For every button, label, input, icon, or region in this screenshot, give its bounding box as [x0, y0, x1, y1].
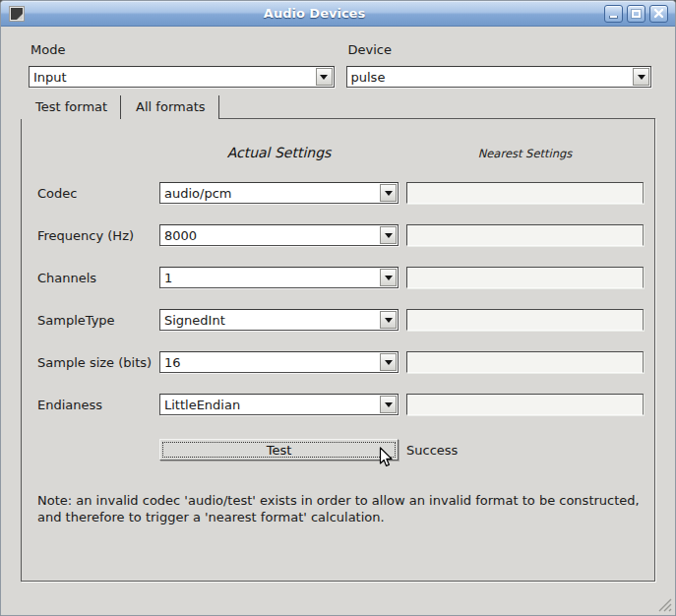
test-button-label: Test	[267, 443, 292, 458]
test-row: Test Success	[37, 439, 654, 461]
mode-select-value: Input	[33, 69, 67, 86]
titlebar[interactable]: Audio Devices	[1, 1, 675, 27]
window-title: Audio Devices	[25, 6, 604, 21]
channels-select-value: 1	[164, 270, 172, 286]
frequency-select[interactable]: 8000	[159, 224, 399, 246]
sampletype-dropdown-arrow-icon[interactable]	[380, 311, 397, 329]
frequency-row: Frequency (Hz) 8000	[37, 224, 654, 246]
codec-select[interactable]: audio/pcm	[159, 182, 399, 204]
codec-dropdown-arrow-icon[interactable]	[380, 184, 397, 202]
sampletype-label: SampleType	[37, 313, 159, 328]
device-dropdown-arrow-icon[interactable]	[633, 68, 649, 86]
frequency-dropdown-arrow-icon[interactable]	[380, 226, 397, 244]
device-label: Device	[346, 42, 652, 57]
samplesize-select[interactable]: 16	[159, 351, 399, 373]
sampletype-row: SampleType SignedInt	[37, 309, 654, 331]
device-select-value: pulse	[351, 69, 386, 86]
samplesize-dropdown-arrow-icon[interactable]	[380, 353, 397, 371]
test-button[interactable]: Test	[159, 439, 399, 461]
sampletype-select[interactable]: SignedInt	[159, 309, 399, 331]
endianess-dropdown-arrow-icon[interactable]	[380, 396, 397, 413]
mode-select[interactable]: Input	[29, 66, 335, 88]
audio-devices-window: Audio Devices Mode Input Device	[0, 0, 676, 616]
endianess-label: Endianess	[37, 398, 159, 412]
frequency-label: Frequency (Hz)	[37, 228, 159, 243]
frequency-select-value: 8000	[164, 227, 197, 244]
frequency-nearest-field	[406, 224, 644, 246]
mode-dropdown-arrow-icon[interactable]	[316, 68, 333, 86]
minimize-icon	[609, 16, 618, 19]
endianess-select[interactable]: LittleEndian	[159, 394, 399, 415]
codec-label: Codec	[37, 186, 159, 201]
endianess-nearest-field	[406, 394, 644, 415]
settings-headers: Actual Settings Nearest Settings	[37, 145, 654, 161]
tab-all-formats[interactable]: All formats	[121, 95, 218, 119]
endianess-row: Endianess LittleEndian	[37, 394, 654, 415]
mode-column: Mode Input	[29, 42, 335, 88]
nearest-settings-header: Nearest Settings	[406, 147, 644, 160]
test-format-panel: Actual Settings Nearest Settings Codec a…	[21, 118, 655, 582]
codec-select-value: audio/pcm	[164, 185, 231, 202]
maximize-icon	[632, 10, 641, 18]
close-icon	[653, 8, 664, 19]
sampletype-select-value: SignedInt	[164, 312, 225, 329]
channels-nearest-field	[406, 267, 644, 288]
actual-settings-header: Actual Settings	[159, 145, 399, 160]
window-controls	[604, 5, 668, 23]
resize-grip[interactable]	[657, 597, 672, 612]
mode-device-form: Mode Input Device pulse	[29, 42, 651, 88]
note-text: Note: an invalid codec 'audio/test' exis…	[37, 493, 654, 526]
samplesize-label: Sample size (bits)	[37, 355, 159, 370]
codec-nearest-field	[406, 182, 644, 204]
samplesize-row: Sample size (bits) 16	[37, 351, 654, 373]
channels-select[interactable]: 1	[159, 267, 399, 288]
channels-dropdown-arrow-icon[interactable]	[380, 269, 397, 286]
sampletype-nearest-field	[406, 309, 644, 331]
app-icon	[9, 6, 25, 22]
device-column: Device pulse	[346, 42, 652, 88]
maximize-button[interactable]	[627, 5, 645, 23]
tab-test-format[interactable]: Test format	[21, 95, 121, 119]
endianess-select-value: LittleEndian	[164, 397, 240, 413]
test-result-status: Success	[406, 443, 458, 458]
codec-row: Codec audio/pcm	[37, 182, 654, 204]
samplesize-nearest-field	[406, 351, 644, 373]
mode-label: Mode	[29, 42, 335, 57]
samplesize-select-value: 16	[164, 354, 181, 371]
minimize-button[interactable]	[604, 5, 623, 23]
close-button[interactable]	[649, 5, 668, 23]
device-select[interactable]: pulse	[346, 66, 652, 88]
channels-label: Channels	[37, 271, 159, 285]
channels-row: Channels 1	[37, 267, 654, 288]
tab-bar: Test format All formats	[21, 95, 655, 118]
